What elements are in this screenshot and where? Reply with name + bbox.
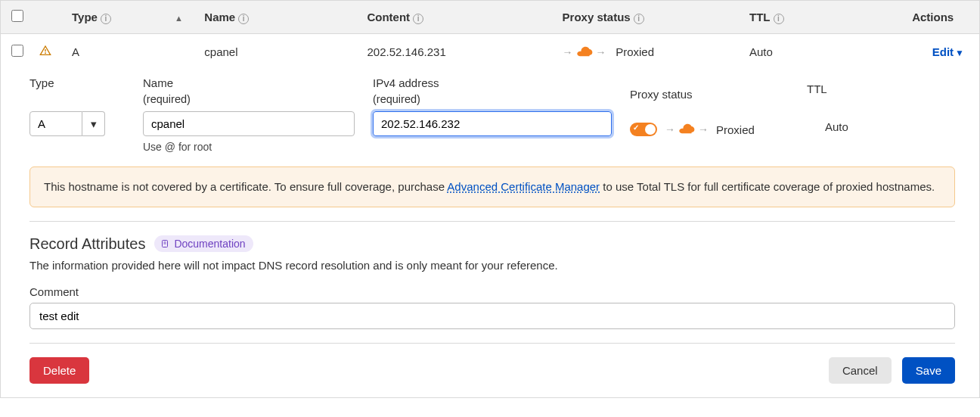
info-icon: i <box>413 14 423 24</box>
header-ttl[interactable]: TTLi <box>743 1 906 34</box>
info-icon: i <box>634 14 644 24</box>
info-icon: i <box>101 14 111 24</box>
edit-panel: Type ▾ Name (required) IPv4 address (req… <box>1 70 979 397</box>
name-label: Name (required) <box>143 76 355 107</box>
proxy-label: Proxy status <box>630 87 789 102</box>
ttl-label: TTL <box>807 82 913 97</box>
header-proxy[interactable]: Proxy statusi <box>557 1 743 34</box>
row-type: A <box>66 34 198 70</box>
doc-icon <box>160 239 169 248</box>
cancel-button[interactable]: Cancel <box>829 357 892 384</box>
select-all-checkbox[interactable] <box>11 10 23 22</box>
row-name: cpanel <box>198 34 361 70</box>
divider <box>29 343 955 344</box>
ip-input[interactable] <box>373 111 612 136</box>
name-hint: Use @ for root <box>143 141 212 153</box>
save-button[interactable]: Save <box>902 357 955 384</box>
cloud-proxied-icon: → → <box>665 123 709 135</box>
row-checkbox[interactable] <box>11 45 23 57</box>
name-input[interactable] <box>143 111 355 136</box>
type-label: Type <box>29 76 125 91</box>
dns-records-table: Typei ▲ Namei Contenti Proxy statusi TTL… <box>1 0 979 70</box>
comment-input[interactable] <box>29 303 955 329</box>
proxy-value: Proxied <box>716 123 755 136</box>
info-icon: i <box>238 14 249 24</box>
record-attributes-title: Record Attributes <box>29 235 145 253</box>
info-icon: i <box>774 14 784 24</box>
cert-warning: This hostname is not covered by a certif… <box>29 166 955 207</box>
type-select[interactable]: ▾ <box>29 111 125 136</box>
header-actions: Actions <box>906 1 979 34</box>
row-content: 202.52.146.231 <box>361 34 556 70</box>
cloud-proxied-icon: → → <box>563 46 606 58</box>
header-content[interactable]: Contenti <box>361 1 556 34</box>
row-ttl: Auto <box>743 34 906 70</box>
warning-icon <box>39 46 51 59</box>
table-header-row: Typei ▲ Namei Contenti Proxy statusi TTL… <box>1 1 979 34</box>
documentation-link[interactable]: Documentation <box>154 235 253 252</box>
svg-point-1 <box>45 53 46 54</box>
row-proxy: → → Proxied <box>557 34 743 70</box>
caret-down-icon: ▼ <box>955 48 964 58</box>
acm-link[interactable]: Advanced Certificate Manager <box>447 180 600 193</box>
table-row: A cpanel 202.52.146.231 → → Proxied Auto… <box>1 34 979 70</box>
divider <box>29 221 955 222</box>
proxy-toggle[interactable] <box>630 123 657 136</box>
attributes-subtext: The information provided here will not i… <box>29 259 955 272</box>
delete-button[interactable]: Delete <box>29 357 89 384</box>
type-input[interactable] <box>29 111 82 136</box>
header-name[interactable]: Namei <box>198 1 361 34</box>
ttl-value: Auto <box>807 117 913 136</box>
chevron-down-icon[interactable]: ▾ <box>82 111 105 136</box>
comment-label: Comment <box>29 285 955 298</box>
header-type[interactable]: Typei ▲ <box>66 1 198 34</box>
edit-button[interactable]: Edit▼ <box>932 45 964 58</box>
ip-label: IPv4 address (required) <box>373 76 612 107</box>
sort-asc-icon[interactable]: ▲ <box>175 14 183 23</box>
